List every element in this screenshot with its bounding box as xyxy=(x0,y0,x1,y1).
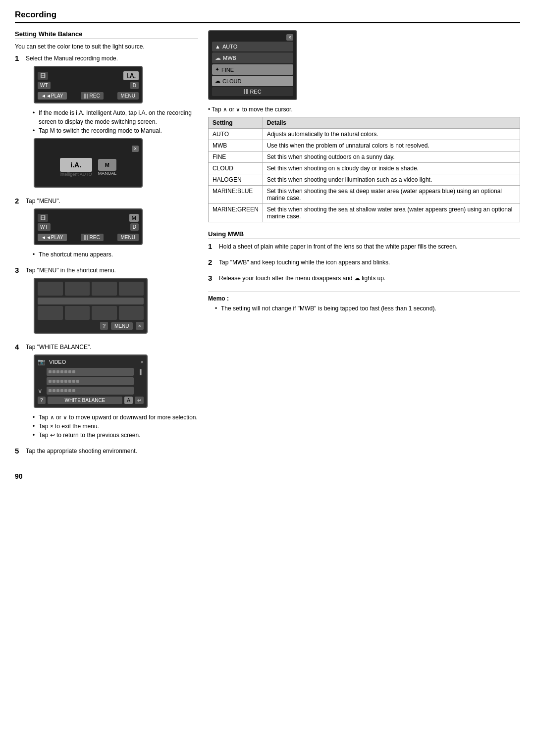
step-1-block: 1 Select the Manual recording mode. 🎞 i.… xyxy=(15,54,198,193)
wb-dot-1b xyxy=(53,370,55,373)
table-details-marine-green: Set this when shooting the sea at shallo… xyxy=(263,204,520,222)
right-column: × ▲ AUTO ☁ MWB ✦ FINE ☁ CLOUD xyxy=(208,30,520,462)
table-details-mwb: Use this when the problem of unnatural c… xyxy=(263,140,520,151)
wb-dot-3c xyxy=(56,389,59,392)
table-row: CLOUD Set this when shooting on a cloudy… xyxy=(209,163,520,174)
table-row: MWB Use this when the problem of unnatur… xyxy=(209,140,520,151)
using-mwb-section: Using MWB 1 Hold a sheet of plain white … xyxy=(208,230,520,313)
cloud-icon: ☁ xyxy=(215,78,220,84)
cam-row-mid: WT D xyxy=(38,82,139,89)
step4-note2: Tap × to exit the menu. xyxy=(33,422,198,431)
using-mwb-title: Using MWB xyxy=(208,230,520,239)
cam3-rec-bar1 xyxy=(84,235,86,240)
wb-q-btn[interactable]: ? xyxy=(38,397,46,404)
wb-item-row-2 xyxy=(38,377,144,385)
cam3-play[interactable]: ◄◄PLAY xyxy=(38,234,67,241)
mwb-icon: ☁ xyxy=(215,54,221,61)
menu-x-btn[interactable]: × xyxy=(136,322,144,330)
menu-cell-4[interactable] xyxy=(119,282,144,296)
step1-notes: If the mode is i.A. Intelligent Auto, ta… xyxy=(33,108,198,135)
manual-label: M xyxy=(98,159,117,171)
step-3-block: 3 Tap "MENU" in the shortcut menu. xyxy=(15,266,198,339)
wb-camera-icon: 📷 xyxy=(38,358,45,365)
wb-dot-1c xyxy=(56,370,59,373)
wb-video-label: VIDEO xyxy=(47,359,141,365)
cam-play-btn[interactable]: ◄◄PLAY xyxy=(38,92,67,100)
menu-cell-8[interactable] xyxy=(119,306,144,320)
wb-dot-3e xyxy=(64,389,67,392)
cam3-menu[interactable]: MENU xyxy=(117,234,139,241)
step-4-num: 4 xyxy=(15,343,24,443)
wb-back-btn[interactable]: ↩ xyxy=(135,397,144,404)
wb-dot-1f xyxy=(68,370,71,373)
table-details-cloud: Set this when shooting on a cloudy day o… xyxy=(263,163,520,174)
menu-cell-3[interactable] xyxy=(92,282,117,296)
table-details-marine-blue: Set this when shooting the sea at deep w… xyxy=(263,186,520,204)
menu-q-btn[interactable]: ? xyxy=(100,322,108,330)
wb-item-row-3: ∨ xyxy=(38,387,144,395)
wb-bar-1 xyxy=(47,368,134,376)
step-3-num: 3 xyxy=(15,266,24,339)
step4-note1: Tap ∧ or ∨ to move upward or downward fo… xyxy=(33,413,198,422)
cam2-x-btn[interactable]: × xyxy=(132,146,139,152)
wb-menu-fine[interactable]: ✦ FINE xyxy=(212,64,293,75)
cam2-center: i.A. intelligent AUTO M MANUAL xyxy=(38,158,139,177)
menu-dots-row xyxy=(38,298,144,304)
wb-dot-3a xyxy=(49,389,52,392)
cam3-rec[interactable]: REC xyxy=(81,234,104,241)
ia-auto-btn[interactable]: i.A. intelligent AUTO xyxy=(60,158,92,177)
wb-dot-2g xyxy=(72,380,75,383)
wb-rec-label: REC xyxy=(250,89,261,95)
page-title: Recording xyxy=(15,10,520,20)
menu-cell-1[interactable] xyxy=(38,282,63,296)
wb-menu-auto[interactable]: ▲ AUTO xyxy=(212,42,293,51)
mwb-step-2-num: 2 xyxy=(208,258,217,270)
ia-label: i.A. xyxy=(60,158,92,172)
table-details-halogen: Set this when shooting under illuminatio… xyxy=(263,174,520,186)
menu-cell-7[interactable] xyxy=(92,306,117,320)
cam-bottom: ◄◄PLAY REC MENU xyxy=(38,92,139,100)
wb-menu-mwb[interactable]: ☁ MWB xyxy=(212,52,293,63)
wb-a-btn[interactable]: A xyxy=(124,397,133,404)
cam-rec-btn[interactable]: REC xyxy=(81,92,104,100)
wb-menu-cloud[interactable]: ☁ CLOUD xyxy=(212,76,293,86)
step-2-block: 2 Tap "MENU". 🎞 M WT D ◄◄PLAY xyxy=(15,197,198,262)
cam3-wt[interactable]: WT xyxy=(38,223,51,231)
step-1-text: Select the Manual recording mode. xyxy=(26,54,198,63)
rec-bars xyxy=(84,94,88,99)
step4-note3: Tap ↩ to return to the previous screen. xyxy=(33,431,198,440)
mwb-step-1-content: Hold a sheet of plain white paper in fro… xyxy=(219,242,520,254)
wb-small-icon-1: ▐ xyxy=(136,369,144,375)
rec-label: REC xyxy=(90,93,100,99)
table-details-fine: Set this when shooting outdoors on a sun… xyxy=(263,151,520,163)
manual-btn[interactable]: M MANUAL xyxy=(98,159,117,176)
cam-wt-btn[interactable]: WT xyxy=(38,82,51,89)
wb-dot-3d xyxy=(60,389,63,392)
cam3-top: 🎞 M xyxy=(38,214,139,222)
wb-dot-1e xyxy=(64,370,67,373)
step2-note: The shortcut menu appears. xyxy=(33,250,198,259)
cam3-d[interactable]: D xyxy=(130,223,139,231)
menu-cell-5[interactable] xyxy=(38,306,63,320)
wb-down-arrow[interactable]: ∨ xyxy=(38,387,45,395)
menu-cell-2[interactable] xyxy=(65,282,90,296)
cam-d-btn[interactable]: D xyxy=(130,82,139,89)
cam-ia-icon: i.A. xyxy=(123,71,139,80)
wb-dot-2d xyxy=(60,380,63,383)
menu-menu-btn[interactable]: MENU xyxy=(111,322,132,330)
wb-white-balance-label[interactable]: WHITE BALANCE xyxy=(48,397,123,404)
cam-menu-btn[interactable]: MENU xyxy=(117,92,139,100)
auto-label: AUTO xyxy=(222,44,237,50)
wb-dot-3b xyxy=(53,389,55,392)
table-row: AUTO Adjusts automatically to the natura… xyxy=(209,129,520,140)
wb-x-btn[interactable]: × xyxy=(141,359,144,365)
wb-bottom: ? WHITE BALANCE A ↩ xyxy=(38,397,144,404)
step-3-text: Tap "MENU" in the shortcut menu. xyxy=(26,266,198,275)
wb-bar-2 xyxy=(47,377,134,385)
wb-bar-3 xyxy=(47,387,134,395)
intro-text: You can set the color tone to suit the l… xyxy=(15,42,198,51)
wb-dots-3 xyxy=(49,389,75,392)
wb-menu-x-btn[interactable]: × xyxy=(286,34,293,41)
wb-rec-bar1 xyxy=(244,89,245,94)
menu-cell-6[interactable] xyxy=(65,306,90,320)
